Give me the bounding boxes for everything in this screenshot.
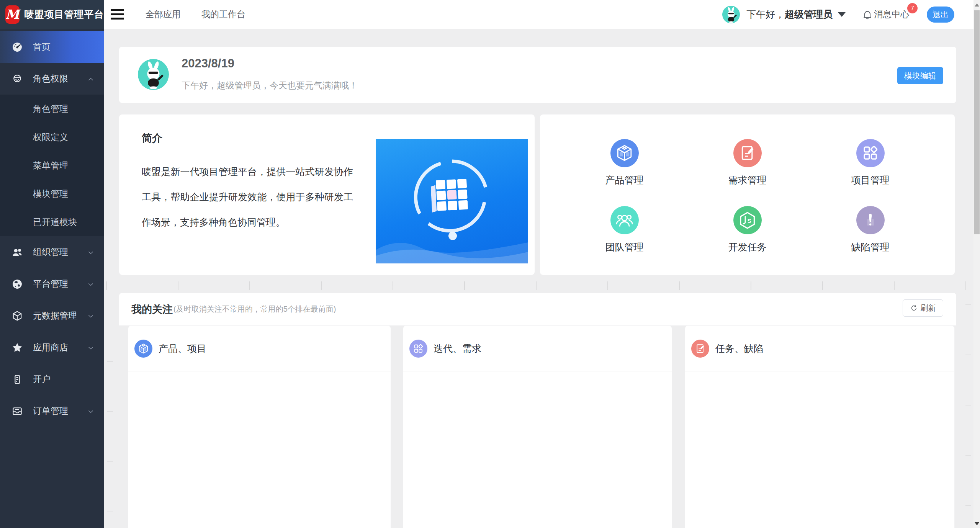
module-label: 开发任务 [728, 241, 767, 253]
sidebar-item-应用商店[interactable]: 应用商店 [0, 332, 104, 363]
chevron-down-icon [87, 280, 95, 288]
scrollbar-thumb[interactable] [974, 10, 980, 234]
follow-card-label: 任务、缺陷 [715, 342, 763, 355]
chevron-down-icon [87, 344, 95, 351]
user-avatar[interactable] [722, 6, 740, 23]
follow-card-products-projects: 产品、项目 [128, 325, 391, 528]
module-tile-需求管理[interactable]: 需求管理 [686, 129, 809, 196]
sidebar-item-元数据管理[interactable]: 元数据管理 [0, 300, 104, 332]
my-follow-note: (及时取消关注不常用的，常用的5个排在最前面) [173, 304, 336, 314]
background-grid-ticks [106, 281, 973, 290]
vertical-scrollbar[interactable] [973, 0, 980, 528]
follow-card-label: 迭代、需求 [434, 342, 481, 355]
user-greeting[interactable]: 下午好，超级管理员 [746, 8, 833, 21]
refresh-label: 刷新 [921, 303, 936, 313]
logout-button[interactable]: 退出 [927, 7, 954, 23]
sidebar-item-开户[interactable]: 开户 [0, 363, 104, 395]
metadata-cube-icon [11, 310, 23, 322]
follow-card-header: 迭代、需求 [403, 326, 672, 371]
message-count-badge: 7 [907, 3, 918, 13]
sidebar-item-label: 角色权限 [33, 73, 68, 85]
module-tile-产品管理[interactable]: 产品管理 [563, 129, 686, 196]
welcome-greeting: 下午好，超级管理员，今天也要元气满满哦！ [182, 80, 358, 92]
message-center[interactable]: 消息中心 7 [862, 8, 909, 20]
cube-icon [134, 340, 152, 358]
chevron-down-icon [87, 248, 95, 256]
background-row-ticks-right [965, 304, 971, 528]
username: 超级管理员 [785, 9, 833, 20]
follow-card-iterations-requirements: 迭代、需求 [403, 325, 672, 528]
svg-text:S: S [747, 217, 751, 224]
sidebar-subitem-权限定义[interactable]: 权限定义 [0, 123, 104, 151]
org-icon [11, 247, 23, 258]
module-tile-缺陷管理[interactable]: 缺陷管理 [809, 196, 932, 264]
chevron-up-icon [87, 75, 95, 83]
user-dropdown-caret-icon[interactable] [838, 12, 846, 17]
logo-bar: M 唛盟项目管理平台 [0, 0, 104, 29]
role-icon [11, 73, 23, 85]
modules-grid: 产品管理 需求管理 项目管理 团队管理 S 开发任务 缺陷管理 [540, 114, 955, 275]
sidebar-item-label: 平台管理 [33, 278, 68, 290]
main-content: 2023/8/19 下午好，超级管理员，今天也要元气满满哦！ 模块编辑 简介 唛… [104, 29, 973, 528]
scroll-down-arrow-icon[interactable] [975, 522, 979, 525]
module-label: 项目管理 [851, 174, 890, 186]
header-right: 下午好，超级管理员 消息中心 7 退出 [722, 6, 973, 23]
header-tab-my-workbench[interactable]: 我的工作台 [201, 8, 245, 20]
js-icon: S [733, 206, 762, 234]
refresh-icon [910, 304, 918, 312]
sidebar-item-组织管理[interactable]: 组织管理 [0, 236, 104, 268]
doc-edit-icon [733, 139, 762, 167]
chevron-down-icon [87, 312, 95, 320]
sidebar-item-label: 元数据管理 [33, 310, 77, 322]
intro-text: 唛盟是新一代项目管理平台，提供一站式研发协作工具，帮助企业提升研发效能，使用于多… [142, 159, 353, 235]
sidebar-subitem-模块管理[interactable]: 模块管理 [0, 180, 104, 208]
module-edit-button[interactable]: 模块编辑 [897, 67, 943, 84]
brand-title: 唛盟项目管理平台 [25, 8, 104, 21]
module-tile-团队管理[interactable]: 团队管理 [563, 196, 686, 264]
my-follow-title: 我的关注 [131, 302, 173, 316]
app-root: M 唛盟项目管理平台 首页 角色权限 角色管理 权限定义 菜单管理 模块管理 已… [0, 0, 980, 528]
welcome-card: 2023/8/19 下午好，超级管理员，今天也要元气满满哦！ 模块编辑 [119, 47, 956, 103]
follow-card-label: 产品、项目 [159, 342, 206, 355]
sidebar-item-平台管理[interactable]: 平台管理 [0, 268, 104, 300]
module-tile-开发任务[interactable]: S 开发任务 [686, 196, 809, 264]
background-row-ticks-left [107, 361, 113, 528]
refresh-button[interactable]: 刷新 [903, 299, 943, 317]
sidebar-subitem-已开通模块[interactable]: 已开通模块 [0, 208, 104, 236]
intro-title: 简介 [142, 131, 162, 145]
modules-card: 产品管理 需求管理 项目管理 团队管理 S 开发任务 缺陷管理 [540, 114, 955, 275]
hamburger-menu-icon[interactable] [111, 9, 124, 20]
module-label: 缺陷管理 [851, 241, 890, 253]
header-tab-all-apps[interactable]: 全部应用 [146, 8, 181, 20]
sidebar-item-label: 订单管理 [33, 405, 68, 417]
sidebar-item-label: 组织管理 [33, 246, 68, 258]
sidebar-subitem-菜单管理[interactable]: 菜单管理 [0, 151, 104, 180]
globe-icon [11, 278, 23, 290]
bell-icon [862, 10, 872, 20]
module-label: 需求管理 [728, 174, 767, 186]
message-center-label: 消息中心 [874, 8, 909, 20]
sidebar-item-角色权限[interactable]: 角色权限 [0, 63, 104, 95]
grid-icon [856, 139, 885, 167]
header-tabs: 全部应用我的工作台 [146, 8, 245, 20]
account-icon [11, 374, 23, 385]
follow-card-header: 任务、缺陷 [685, 326, 954, 371]
chevron-down-icon [87, 407, 95, 415]
intro-card: 简介 唛盟是新一代项目管理平台，提供一站式研发协作工具，帮助企业提升研发效能，使… [119, 114, 535, 275]
top-header: 全部应用我的工作台 下午好，超级管理员 消息中心 7 退出 [104, 0, 973, 29]
cube-icon [610, 139, 639, 167]
sidebar-submenu: 角色管理 权限定义 菜单管理 模块管理 已开通模块 [0, 95, 104, 236]
sidebar-item-label: 首页 [33, 41, 51, 53]
sidebar-item-首页[interactable]: 首页 [0, 31, 104, 63]
sidebar-subitem-角色管理[interactable]: 角色管理 [0, 95, 104, 123]
my-follow-panel: 我的关注 (及时取消关注不常用的，常用的5个排在最前面) 刷新 [119, 293, 956, 325]
order-icon [11, 405, 23, 417]
team-icon [610, 206, 639, 234]
intro-illustration [376, 139, 528, 263]
module-label: 团队管理 [605, 241, 644, 253]
grid-icon [409, 340, 427, 358]
module-tile-项目管理[interactable]: 项目管理 [809, 129, 932, 196]
scroll-up-arrow-icon[interactable] [975, 3, 979, 7]
dashboard-icon [11, 41, 23, 53]
sidebar-item-订单管理[interactable]: 订单管理 [0, 395, 104, 427]
